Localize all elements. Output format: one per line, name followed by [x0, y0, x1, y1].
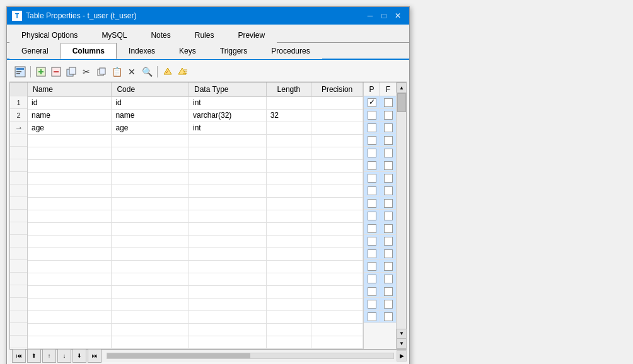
table-row-empty[interactable]: [28, 336, 363, 348]
pf-row-empty: [364, 247, 396, 260]
p-cell-3[interactable]: [364, 122, 380, 134]
f-cell-2[interactable]: [380, 109, 396, 121]
cell-length[interactable]: [266, 122, 311, 134]
tab-columns[interactable]: Columns: [61, 43, 117, 59]
toolbar-btn-validate1[interactable]: ✓: [161, 65, 175, 79]
cell-precision[interactable]: [311, 109, 363, 122]
row-indicator-column: 1 2 →: [10, 82, 28, 349]
toolbar-btn-cut[interactable]: ✂: [79, 65, 93, 79]
table-row[interactable]: id id int: [28, 96, 363, 109]
toolbar-btn-paste[interactable]: 📋: [110, 65, 124, 79]
pf-row-empty: [364, 134, 396, 147]
p-cell-2[interactable]: [364, 109, 380, 121]
row-indicator-empty: [10, 172, 27, 185]
row-indicator-empty: [10, 222, 27, 235]
tab-preview[interactable]: Preview: [226, 27, 277, 43]
toolbar-btn-validate2[interactable]: [176, 65, 190, 79]
cell-name[interactable]: age: [28, 122, 112, 134]
nav-last[interactable]: ⏭: [88, 349, 102, 363]
scroll-down-button[interactable]: ▼: [397, 329, 407, 339]
maximize-button[interactable]: □: [378, 9, 390, 22]
toolbar-btn-properties[interactable]: [13, 65, 27, 79]
svg-rect-2: [16, 71, 21, 72]
nav-prev-page[interactable]: ⬆: [27, 349, 41, 363]
scroll-right-button[interactable]: ▶: [397, 350, 407, 361]
f-cell-3[interactable]: [380, 122, 396, 134]
nav-next-page[interactable]: ⬇: [73, 349, 86, 363]
tab-notes[interactable]: Notes: [139, 27, 182, 43]
cell-name[interactable]: id: [28, 96, 112, 109]
svg-text:✓: ✓: [165, 69, 170, 75]
cell-length[interactable]: 32: [266, 109, 311, 122]
table-row-empty[interactable]: [28, 134, 363, 147]
cell-code[interactable]: age: [112, 122, 189, 134]
toolbar-btn-copy[interactable]: [95, 65, 108, 79]
close-button[interactable]: ✕: [392, 9, 404, 22]
table-row-empty[interactable]: [28, 185, 363, 197]
toolbar-btn-duplicate[interactable]: [64, 65, 78, 79]
table-row-empty[interactable]: [28, 235, 363, 247]
table-row-empty[interactable]: [28, 147, 363, 159]
cell-datatype[interactable]: int: [189, 96, 267, 109]
cell-name[interactable]: name: [28, 109, 112, 122]
tab-triggers[interactable]: Triggers: [208, 43, 260, 59]
table-row-empty[interactable]: [28, 273, 363, 285]
tab-mysql[interactable]: MySQL: [90, 27, 139, 43]
f-checkbox-3[interactable]: [384, 123, 393, 132]
scroll-up-button[interactable]: ▲: [397, 82, 407, 93]
f-cell-1[interactable]: [380, 96, 396, 108]
cell-precision[interactable]: [311, 96, 363, 109]
nav-first[interactable]: ⏮: [12, 349, 26, 363]
toolbar-btn-delete-row[interactable]: [49, 65, 63, 79]
table-row-empty[interactable]: [28, 210, 363, 222]
vertical-scrollbar[interactable]: ▲ ▼ ▼: [396, 82, 406, 349]
table-row-empty[interactable]: [28, 172, 363, 185]
table-row-empty[interactable]: [28, 197, 363, 210]
data-grid: 1 2 →: [9, 82, 407, 350]
cell-datatype[interactable]: varchar(32): [189, 109, 267, 122]
table-row-empty[interactable]: [28, 159, 363, 172]
scroll-down2-button[interactable]: ▼: [397, 339, 407, 349]
f-checkbox-1[interactable]: [384, 98, 393, 107]
nav-next[interactable]: ↓: [57, 349, 71, 363]
cell-precision[interactable]: [311, 122, 363, 134]
cell-length[interactable]: [266, 96, 311, 109]
cell-datatype[interactable]: int: [189, 122, 267, 134]
f-checkbox-2[interactable]: [384, 111, 393, 120]
horizontal-scroll-thumb[interactable]: [107, 353, 250, 358]
p-checkbox-2[interactable]: [368, 111, 376, 120]
minimize-button[interactable]: ─: [364, 9, 376, 22]
horizontal-scroll-track[interactable]: [107, 353, 394, 359]
tab-keys[interactable]: Keys: [167, 43, 208, 59]
col-header-code: Code: [112, 82, 189, 96]
table-row[interactable]: age age int: [28, 122, 363, 134]
table-row[interactable]: name name varchar(32) 32: [28, 109, 363, 122]
svg-rect-10: [69, 67, 76, 74]
cell-code[interactable]: id: [112, 96, 189, 109]
nav-prev[interactable]: ↑: [42, 349, 56, 363]
scroll-thumb[interactable]: [397, 93, 406, 112]
table-row-empty[interactable]: [28, 323, 363, 336]
table-row-empty[interactable]: [28, 285, 363, 298]
cell-code[interactable]: name: [112, 109, 189, 122]
p-checkbox-3[interactable]: [368, 123, 376, 132]
tab-rules[interactable]: Rules: [183, 27, 226, 43]
table-row-empty[interactable]: [28, 247, 363, 260]
tab-general[interactable]: General: [9, 43, 61, 59]
toolbar-btn-add-row[interactable]: [34, 65, 48, 79]
table-row-empty[interactable]: [28, 222, 363, 235]
table-row-empty[interactable]: [28, 298, 363, 310]
p-cell-1[interactable]: [364, 96, 380, 108]
scroll-track[interactable]: [397, 93, 406, 329]
toolbar-btn-find[interactable]: 🔍: [140, 65, 154, 79]
tab-procedures[interactable]: Procedures: [259, 43, 322, 59]
data-columns: Name Code Data Type Length Precision id …: [28, 82, 363, 349]
pf-header: P F: [364, 82, 396, 96]
table-row-empty[interactable]: [28, 260, 363, 273]
toolbar-btn-remove[interactable]: ✕: [125, 65, 139, 79]
table-row-empty[interactable]: [28, 310, 363, 323]
tab-indexes[interactable]: Indexes: [117, 43, 167, 59]
pf-row-empty: [364, 210, 396, 222]
p-checkbox-1[interactable]: [368, 98, 376, 107]
tab-physical-options[interactable]: Physical Options: [9, 27, 90, 43]
